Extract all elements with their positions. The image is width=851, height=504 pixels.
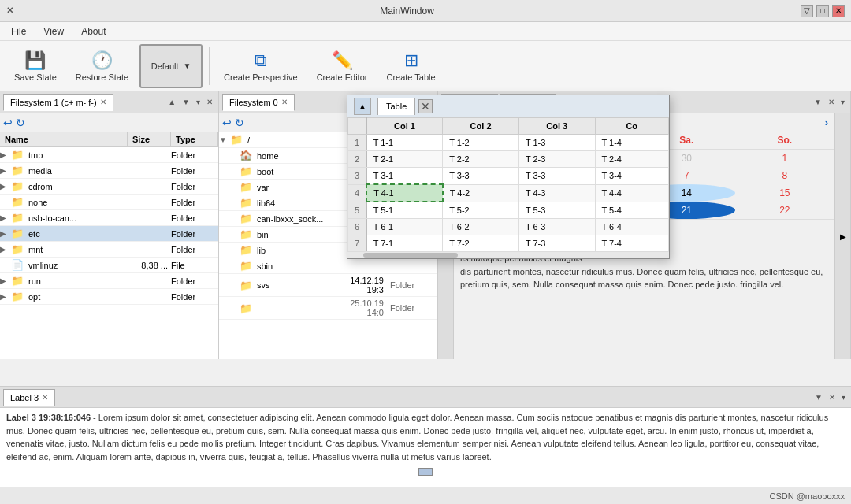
list-item[interactable]: 📁25.10.19 14:0Folder: [219, 297, 437, 320]
table-cell[interactable]: T 1-2: [443, 135, 519, 151]
expand-icon[interactable]: ▼: [219, 135, 230, 144]
bottom-tab-close[interactable]: ✕: [42, 393, 48, 402]
cal-day[interactable]: 15: [735, 184, 834, 202]
table-cell[interactable]: T 5-3: [518, 202, 595, 219]
minimize-button[interactable]: ▽: [801, 5, 813, 17]
left-panel-menu[interactable]: ▾: [194, 97, 203, 107]
expand-icon[interactable]: ▶: [0, 182, 11, 191]
list-item[interactable]: ▶📁mntFolder: [0, 242, 218, 258]
table-cell-selected[interactable]: T 4-1: [366, 184, 443, 202]
menu-file[interactable]: File: [3, 24, 34, 39]
expand-icon[interactable]: ▶: [0, 150, 11, 159]
col-3-header[interactable]: Col 3: [518, 118, 595, 135]
table-cell[interactable]: T 7-2: [443, 235, 519, 252]
list-item[interactable]: 📄vmlinuz8,38 ...File: [0, 258, 218, 273]
table-cell[interactable]: T 2-2: [443, 151, 519, 168]
table-cell[interactable]: T 7-3: [518, 235, 595, 252]
table-cell[interactable]: T 1-3: [518, 135, 595, 151]
window-title: MainWindow: [13, 6, 801, 17]
left-panel-tab[interactable]: Filesystem 1 (c+ m- f-) ✕: [3, 94, 113, 111]
maximize-button[interactable]: □: [816, 5, 829, 17]
title-bar-left: ✕: [6, 6, 13, 16]
calendar-next-button[interactable]: ▶: [834, 113, 850, 359]
right-panel-close[interactable]: ✕: [826, 97, 837, 107]
list-item[interactable]: ▶📁usb-to-can...Folder: [0, 210, 218, 226]
table-cell[interactable]: T 6-4: [595, 219, 669, 235]
left-panel-scroll-down[interactable]: ▼: [180, 97, 192, 107]
bottom-panel-close[interactable]: ✕: [827, 392, 838, 402]
list-item[interactable]: ▶📁cdromFolder: [0, 179, 218, 195]
list-item[interactable]: ▶📁optFolder: [0, 289, 218, 305]
create-perspective-button[interactable]: ⧉ Create Perspective: [216, 44, 306, 88]
table-cell[interactable]: T 2-1: [366, 151, 443, 168]
col-2-header[interactable]: Col 2: [443, 118, 519, 135]
bottom-panel-scroll-down[interactable]: ▼: [812, 392, 825, 402]
middle-panel-tab-close[interactable]: ✕: [281, 98, 288, 106]
col-4-header[interactable]: Co: [595, 118, 669, 135]
list-item[interactable]: 📁sbin: [219, 258, 437, 274]
table-cell[interactable]: T 7-1: [366, 235, 443, 252]
table-popup-nav-btn[interactable]: ▲: [354, 98, 371, 115]
table-cell[interactable]: T 6-3: [518, 219, 595, 235]
table-cell[interactable]: T 7-4: [595, 235, 669, 252]
menu-view[interactable]: View: [35, 24, 72, 39]
default-dropdown[interactable]: Default ▼: [139, 44, 203, 88]
list-item[interactable]: ▶📁runFolder: [0, 273, 218, 289]
list-item[interactable]: 📁noneFolder: [0, 195, 218, 210]
table-cell[interactable]: T 3-4: [595, 168, 669, 185]
table-cell[interactable]: T 4-3: [518, 184, 595, 202]
table-scroll-thumb[interactable]: [363, 253, 458, 258]
table-cell[interactable]: T 2-3: [518, 151, 595, 168]
expand-icon[interactable]: ▶: [0, 292, 11, 301]
left-panel-tool-back[interactable]: ↩: [3, 117, 13, 129]
list-item[interactable]: 📁svs14.12.19 19:3Folder: [219, 274, 437, 297]
left-panel-tool-reload[interactable]: ↻: [16, 117, 25, 129]
table-cell[interactable]: T 4-4: [595, 184, 669, 202]
right-panel-more[interactable]: ▾: [838, 97, 847, 107]
menu-about[interactable]: About: [73, 24, 113, 39]
scroll-thumb-icon: [418, 468, 433, 476]
middle-panel-tool-reload[interactable]: ↻: [235, 117, 244, 129]
expand-icon[interactable]: ▶: [0, 229, 11, 238]
left-panel-tab-close[interactable]: ✕: [100, 98, 106, 106]
table-tab[interactable]: Table: [377, 98, 415, 115]
table-cell[interactable]: T 3-3: [518, 168, 595, 185]
list-item[interactable]: ▶📁tmpFolder: [0, 147, 218, 163]
restore-state-label: Restore State: [76, 72, 128, 82]
table-cell[interactable]: T 3-1: [366, 168, 443, 185]
table-cell[interactable]: T 2-4: [595, 151, 669, 168]
left-panel-scroll-up[interactable]: ▲: [165, 97, 178, 107]
create-table-button[interactable]: ⊞ Create Table: [378, 44, 443, 88]
table-cell[interactable]: T 6-1: [366, 219, 443, 235]
table-cell[interactable]: T 3-3: [443, 168, 519, 185]
cal-day[interactable]: 22: [735, 202, 834, 219]
expand-icon[interactable]: ▶: [0, 245, 11, 254]
create-editor-button[interactable]: ✏️ Create Editor: [309, 44, 376, 88]
table-cell[interactable]: T 5-2: [443, 202, 519, 219]
bottom-tab-label3[interactable]: Label 3 ✕: [3, 389, 55, 406]
table-cell[interactable]: T 5-1: [366, 202, 443, 219]
table-cell[interactable]: T 1-4: [595, 135, 669, 151]
table-popup-close-button[interactable]: ✕: [418, 99, 433, 113]
restore-state-button[interactable]: 🕐 Restore State: [68, 44, 136, 88]
right-panel-scroll-down[interactable]: ▼: [812, 97, 824, 107]
list-item[interactable]: ▶📁mediaFolder: [0, 163, 218, 179]
list-item[interactable]: ▶📁etcFolder: [0, 226, 218, 242]
left-panel-more[interactable]: ✕: [204, 97, 215, 107]
table-cell[interactable]: T 6-2: [443, 219, 519, 235]
table-cell[interactable]: T 5-4: [595, 202, 669, 219]
col-1-header[interactable]: Col 1: [366, 118, 443, 135]
middle-panel-tab[interactable]: Filesystem 0 ✕: [222, 94, 295, 111]
table-cell[interactable]: T 4-2: [443, 184, 519, 202]
middle-panel-tool-back[interactable]: ↩: [222, 117, 232, 129]
close-button[interactable]: ✕: [832, 5, 845, 17]
bottom-panel-more[interactable]: ▾: [839, 392, 848, 402]
table-cell[interactable]: T 1-1: [366, 135, 443, 151]
expand-icon[interactable]: ▶: [0, 276, 11, 285]
cal-day[interactable]: 1: [735, 150, 834, 168]
expand-icon[interactable]: ▶: [0, 166, 11, 175]
save-state-button[interactable]: 💾 Save State: [6, 44, 65, 88]
cal-day[interactable]: 8: [735, 167, 834, 184]
expand-icon[interactable]: ▶: [0, 213, 11, 222]
calendar-next-month-button[interactable]: ›: [825, 117, 828, 128]
